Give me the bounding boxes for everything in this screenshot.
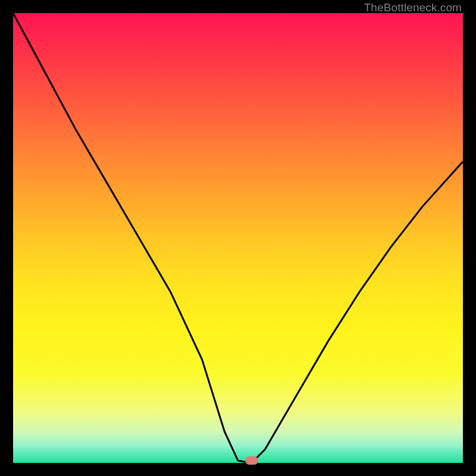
watermark-text: TheBottleneck.com	[364, 1, 462, 14]
minimum-marker	[245, 456, 258, 465]
chart-frame: TheBottleneck.com	[0, 0, 476, 476]
bottleneck-curve	[13, 13, 463, 463]
plot-area	[13, 13, 463, 463]
